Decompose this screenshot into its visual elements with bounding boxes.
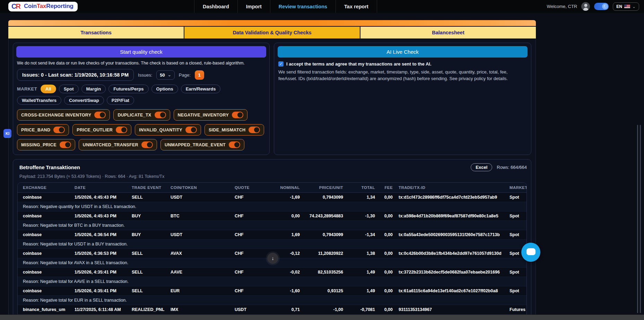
check-toggle-price-band[interactable]: PRICE_BAND: [17, 124, 69, 136]
cell-price-unit: 0,93125: [301, 286, 344, 295]
toggle-switch[interactable]: [232, 112, 243, 118]
nav-item-dashboard[interactable]: Dashboard: [194, 0, 237, 13]
table-row[interactable]: coinbase1/5/2026, 4:45:43 PMBUYBTCCHF0,0…: [18, 211, 527, 220]
check-toggle-price-outlier[interactable]: PRICE_OUTLIER: [72, 124, 131, 136]
market-chip-margin[interactable]: Margin: [81, 85, 106, 93]
cell-date: 1/5/2026, 4:36:53 PM: [69, 249, 127, 258]
page-1-button[interactable]: 1: [195, 70, 204, 80]
issues-per-page-select[interactable]: 50 ⌄: [156, 70, 175, 80]
cell-event: BUY: [127, 230, 165, 239]
language-selector[interactable]: EN ⌄: [613, 2, 639, 11]
check-toggle-duplicate-tx[interactable]: DUPLICATE_TX: [113, 109, 170, 121]
cell-nominal: -0,12: [260, 249, 301, 258]
check-label: CROSS-EXCHANGE INVENTORY: [21, 113, 91, 118]
check-label: MISSING_PRICE: [21, 142, 56, 147]
toggle-knob: [59, 127, 64, 132]
toggle-switch[interactable]: [53, 127, 65, 133]
toggle-switch[interactable]: [141, 141, 153, 148]
consent-checkbox[interactable]: ✓: [278, 61, 284, 67]
market-chip-convert-swap[interactable]: Convert/Swap: [64, 96, 104, 105]
check-toggle-invalid-quantity[interactable]: INVALID_QUANTITY: [135, 124, 201, 136]
market-chip-p2p-fiat[interactable]: P2P/Fiat: [107, 96, 134, 105]
check-toggle-unmatched-transfer[interactable]: UNMATCHED_TRANSFER: [79, 139, 157, 150]
toggle-switch[interactable]: [155, 112, 166, 118]
col-header-coin-token: COIN/TOKEN: [165, 183, 229, 192]
ai-live-check-button[interactable]: AI Live Check: [278, 46, 528, 58]
check-icon: ✓: [279, 62, 282, 66]
tab-balancesheet[interactable]: Balancesheet: [360, 27, 536, 38]
toggle-knob: [100, 112, 105, 118]
chevron-down-icon: ⌄: [632, 6, 636, 8]
market-chip-spot[interactable]: Spot: [59, 85, 79, 93]
check-toggle-side-mismatch[interactable]: SIDE_MISMATCH: [204, 124, 264, 136]
chat-widget-button[interactable]: [521, 243, 540, 262]
table-row[interactable]: coinbase1/5/2026, 4:45:43 PMSELLUSDTCHF-…: [18, 192, 527, 202]
market-chip-wallet-transfers[interactable]: Wallet/Transfers: [17, 96, 61, 105]
vertical-scrollbar[interactable]: [637, 125, 638, 313]
cell-event: SELL: [127, 267, 165, 277]
cell-total: 1,49: [344, 267, 376, 277]
privacy-note: We send filtered transaction fields: exc…: [278, 69, 527, 82]
market-chip-options[interactable]: Options: [151, 85, 178, 93]
cell-nominal: 0,00: [260, 211, 301, 220]
tab-transactions[interactable]: Transactions: [8, 27, 184, 38]
cell-event: REALIZED_PNL: [127, 305, 165, 314]
check-toggle-unmapped-trade-event[interactable]: UNMAPPED_TRADE_EVENT: [160, 139, 244, 150]
table-row[interactable]: binance_futures_um11/27/2025, 6:11:48 AM…: [18, 305, 527, 314]
cell-total: -0,7081: [344, 305, 376, 314]
cell-event: SELL: [127, 249, 165, 258]
table-row[interactable]: coinbase1/5/2026, 4:35:41 PMSELLAAVECHF-…: [18, 267, 527, 277]
ki-badge[interactable]: KI: [3, 129, 11, 138]
check-toggle-cross-exchange-inventory[interactable]: CROSS-EXCHANGE INVENTORY: [17, 109, 110, 121]
start-quality-check-button[interactable]: Start quality check: [16, 46, 266, 58]
scroll-down-button[interactable]: ↓: [267, 253, 278, 264]
reason-row: Reason: Negative quantity for USDT in a …: [18, 202, 527, 211]
toggle-switch[interactable]: [185, 127, 197, 133]
cell-market: Spot: [504, 211, 527, 220]
review-section: Start quality check We do not send live …: [8, 38, 536, 320]
nav-item-import[interactable]: Import: [237, 0, 270, 13]
cell-exchange: coinbase: [18, 249, 69, 258]
transactions-table-wrap: EXCHANGEDATETRADE EVENTCOIN/TOKENQUOTENO…: [17, 182, 527, 320]
cell-tx-id: tx:3722b2313b62decf5de0682faa07ebaebe201…: [393, 267, 504, 277]
logo-wordmark: CoinTaxReporting: [24, 3, 73, 10]
toggle-switch[interactable]: [60, 141, 71, 148]
cell-coin: BTC: [165, 211, 229, 220]
tab-data-validation-quality-checks[interactable]: Data Validation & Quality Checks: [184, 27, 360, 38]
user-avatar[interactable]: [581, 2, 590, 11]
check-toggles: CROSS-EXCHANGE INVENTORYDUPLICATE_TXNEGA…: [17, 109, 266, 150]
toggle-switch[interactable]: [249, 127, 260, 133]
cell-total: 1,38: [344, 249, 376, 258]
market-chip-earn-rewards[interactable]: Earn/Rewards: [181, 85, 221, 93]
check-toggle-missing-price[interactable]: MISSING_PRICE: [17, 139, 75, 150]
table-row[interactable]: coinbase1/5/2026, 4:36:54 PMBUYUSDTCHF1,…: [18, 230, 527, 239]
toggle-switch[interactable]: [229, 141, 240, 148]
check-label: INVALID_QUANTITY: [139, 128, 182, 132]
cell-nominal: -0,02: [260, 267, 301, 277]
cell-date: 11/27/2025, 6:11:48 AM: [69, 305, 127, 314]
table-row[interactable]: coinbase1/5/2026, 4:35:41 PMSELLEURCHF-1…: [18, 286, 527, 295]
market-chip-futures-perps[interactable]: Futures/Perps: [108, 85, 148, 93]
check-toggle-negative-inventory[interactable]: NEGATIVE_INVENTORY: [174, 109, 248, 121]
nav-item-tax-report[interactable]: Tax report: [336, 0, 377, 13]
col-header-trade-tx-id: TRADE/TX-ID: [393, 183, 504, 192]
dark-mode-toggle[interactable]: ☾: [594, 3, 609, 10]
main-nav: DashboardImportReview transactionsTax re…: [194, 0, 377, 13]
horizontal-scrollbar[interactable]: [0, 314, 644, 320]
excel-export-button[interactable]: Excel: [471, 163, 492, 171]
vertical-scrollbar-inner[interactable]: [640, 125, 641, 313]
logo-monogram-icon: CR: [11, 2, 20, 10]
cell-event: SELL: [127, 192, 165, 202]
toggle-switch[interactable]: [116, 127, 127, 133]
check-label: PRICE_OUTLIER: [77, 128, 113, 132]
cell-coin: AAVE: [165, 267, 229, 277]
us-flag-icon: [624, 5, 630, 8]
cell-fee: 0,00: [376, 286, 393, 295]
toggle-switch[interactable]: [94, 112, 106, 118]
quality-disclaimer: We do not send live data or run live che…: [17, 61, 266, 66]
market-chip-all[interactable]: All: [41, 85, 56, 93]
col-header-fee: FEE: [376, 183, 393, 192]
nav-item-review-transactions[interactable]: Review transactions: [270, 0, 336, 13]
app-logo[interactable]: CR CoinTaxReporting: [8, 2, 78, 11]
cell-exchange: coinbase: [18, 286, 69, 295]
